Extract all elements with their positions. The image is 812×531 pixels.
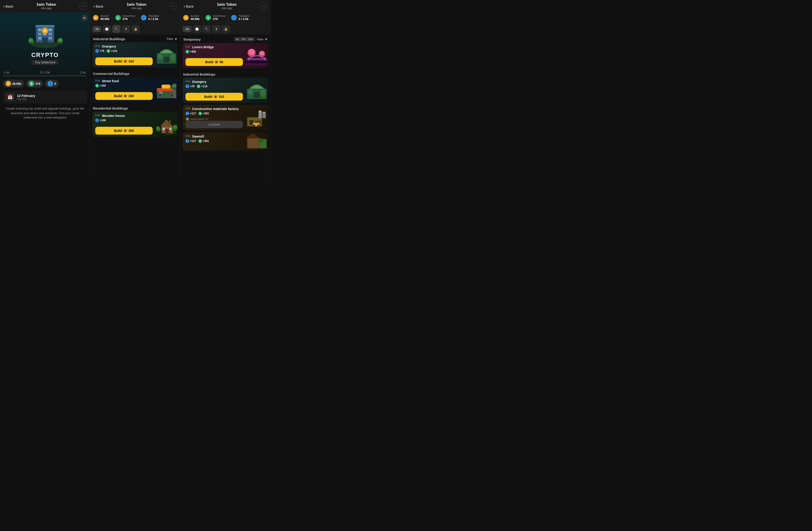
filter-btn-2[interactable]: Filter ▼ bbox=[167, 37, 177, 41]
panel2-scroll[interactable]: Industrial Buildings Filter ▼ 0 lvl. Ora… bbox=[90, 35, 180, 177]
app-subtitle-1: mini app bbox=[37, 7, 56, 10]
sawmill-pop-val: +117 bbox=[190, 140, 196, 143]
app-subtitle-3: mini app bbox=[217, 7, 237, 10]
pop-mini-icon: 👤 bbox=[95, 49, 99, 53]
build-wh-btn[interactable]: Build W 300 bbox=[95, 127, 153, 134]
topbar-center-1: 1win Token mini app bbox=[37, 2, 56, 10]
back-button-3[interactable]: ‹ Back bbox=[184, 4, 193, 9]
wh-name: Wooden house bbox=[102, 114, 125, 118]
filter-icon-2: ▼ bbox=[174, 37, 177, 41]
panel-info: ‹ Back 1win Token mini app ··· ✕ bbox=[0, 0, 90, 177]
svg-rect-29 bbox=[173, 89, 176, 98]
lock-icon-factory: 🔒 bbox=[186, 117, 189, 121]
svg-rect-17 bbox=[31, 42, 32, 44]
svg-rect-60 bbox=[264, 57, 265, 60]
svg-point-77 bbox=[252, 125, 255, 127]
event-date: 12 February bbox=[17, 94, 35, 98]
sawmill-pop: 👤 +117 bbox=[186, 139, 196, 143]
o2-name: Orangery bbox=[192, 80, 206, 84]
more-icon-2: ··· bbox=[172, 4, 175, 8]
panel-buildings: ‹ Back 1win Token mini app ··· W Account… bbox=[90, 0, 180, 177]
factory-image bbox=[245, 105, 268, 130]
card-factory: 0 lvl. Construction materials factory 👤 … bbox=[183, 105, 268, 130]
svg-point-16 bbox=[29, 38, 33, 42]
tab-lock-3[interactable]: 🔒 bbox=[222, 25, 230, 33]
wh-image bbox=[155, 112, 178, 137]
sf-name: Street food bbox=[102, 79, 119, 83]
back-button-1[interactable]: ‹ Back bbox=[3, 4, 13, 9]
tab-upgrade-3[interactable]: ⬆ bbox=[212, 25, 220, 33]
tab-upgrade-2[interactable]: ⬆ bbox=[122, 25, 130, 33]
build-sf-btn[interactable]: Build W 290 bbox=[95, 92, 153, 100]
tab-build-2[interactable]: 🔨 bbox=[112, 25, 120, 33]
factory-name: Construction materials factory bbox=[192, 107, 239, 111]
wh-pop: 👤 +100 bbox=[95, 118, 106, 122]
factory-income: $ +281 bbox=[198, 112, 209, 115]
topbar-3: ‹ Back 1win Token mini app ··· bbox=[180, 0, 271, 12]
level-row: 1 lvl. 0 / 2.5k 2 lvl. bbox=[0, 71, 90, 74]
sf-income: $ +150 bbox=[95, 84, 106, 87]
svg-marker-81 bbox=[246, 133, 260, 138]
svg-point-34 bbox=[159, 94, 161, 97]
close-button[interactable]: ✕ bbox=[81, 15, 88, 21]
tab-all-3[interactable]: All bbox=[183, 26, 191, 32]
svg-rect-46 bbox=[170, 128, 172, 130]
svg-point-56 bbox=[248, 49, 255, 55]
chevron-icon-2: ‹ bbox=[93, 4, 95, 9]
filter-btn-3[interactable]: Filter ▼ bbox=[257, 38, 268, 41]
income-val: 379 bbox=[35, 82, 40, 85]
building-description: Create a thriving city: build and upgrad… bbox=[0, 106, 90, 124]
orangery-income-val: +115 bbox=[111, 49, 117, 53]
factory-lock-label: Supermarket (3) bbox=[190, 118, 208, 120]
timer: 6d : 10h : 30m bbox=[234, 37, 255, 42]
coin-icon-sf: W bbox=[123, 94, 127, 98]
income-icon-3: $ bbox=[205, 15, 211, 20]
sawmill-stats: 👤 +117 $ +281 bbox=[186, 139, 243, 143]
tab-all-2[interactable]: All bbox=[92, 26, 101, 32]
chevron-icon-1: ‹ bbox=[3, 4, 4, 9]
level-next: 2 lvl. bbox=[80, 71, 86, 74]
app-title-1: 1win Token bbox=[37, 2, 56, 7]
card-orangery-left: 0 lvl. Orangery 👤 +75 $ +115 bbox=[92, 42, 155, 68]
build-o2-btn[interactable]: Build W 310 bbox=[186, 93, 243, 101]
wh-cost: 300 bbox=[129, 129, 134, 132]
svg-point-78 bbox=[257, 125, 260, 127]
population-pill: 👤 0 bbox=[45, 80, 59, 87]
factory-pop-icon: 👤 bbox=[186, 112, 189, 115]
back-button-2[interactable]: ‹ Back bbox=[93, 4, 103, 9]
build-o2-label: Build bbox=[204, 95, 212, 99]
tab-clock-2[interactable]: 🕐 bbox=[103, 25, 111, 33]
tab-clock-3[interactable]: 🕐 bbox=[193, 25, 201, 33]
more-button-1[interactable]: ··· bbox=[79, 2, 87, 10]
topbar-center-2: 1win Token mini app bbox=[127, 2, 146, 10]
wh-stats: 👤 +100 bbox=[95, 118, 153, 122]
svg-rect-44 bbox=[165, 129, 169, 133]
chevron-icon-3: ‹ bbox=[184, 4, 185, 9]
tab-build-3[interactable]: 🔨 bbox=[202, 25, 211, 33]
svg-point-72 bbox=[259, 111, 262, 112]
factory-pop: 👤 +117 bbox=[186, 112, 196, 115]
card-sf-left: 0 lvl. Street food $ +150 Build W 290 bbox=[92, 77, 155, 102]
filter-tabs-3: All 🕐 🔨 ⬆ 🔒 bbox=[180, 23, 271, 35]
svg-point-58 bbox=[260, 51, 264, 56]
card-sawmill-left: 0 lvl. Sawmill 👤 +117 $ +281 bbox=[183, 132, 245, 150]
svg-point-73 bbox=[262, 112, 266, 113]
more-button-3[interactable]: ··· bbox=[260, 2, 267, 10]
svg-rect-59 bbox=[248, 57, 249, 60]
topbar-1: ‹ Back 1win Token mini app ··· bbox=[0, 0, 90, 12]
event-card: 📅 12 February City Day bbox=[3, 91, 87, 104]
svg-rect-9 bbox=[38, 37, 42, 40]
income-label-2: Income/hour bbox=[122, 15, 135, 17]
svg-rect-3 bbox=[38, 28, 42, 31]
income-stat-2: Income/hour 379 bbox=[122, 15, 135, 21]
more-button-2[interactable]: ··· bbox=[170, 2, 177, 10]
build-orangery-btn[interactable]: Build W 310 bbox=[95, 57, 153, 65]
build-lb-btn[interactable]: Build W 5k bbox=[186, 58, 243, 66]
svg-rect-45 bbox=[162, 128, 165, 130]
more-icon-3: ··· bbox=[262, 4, 265, 8]
panel3-scroll[interactable]: Temporary 6d : 10h : 30m Filter ▼ 0 lvl.… bbox=[180, 35, 271, 177]
pop-value-2: 0 / 2.5k bbox=[148, 17, 159, 21]
coin-icon-o2: W bbox=[214, 95, 218, 99]
tab-lock-2[interactable]: 🔒 bbox=[132, 25, 140, 33]
orangery-lvl: 0 lvl. bbox=[95, 45, 101, 47]
